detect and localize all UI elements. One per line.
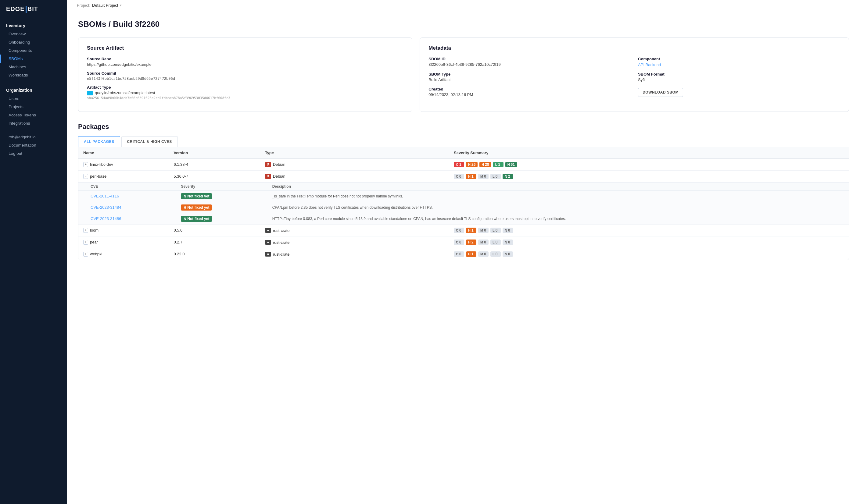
metadata-card: Metadata SBOM ID 3f2260b9-36cf-4b38-9285… [420,38,849,112]
sev-badge-c: C 1 [454,162,464,167]
sidebar-item-projects[interactable]: Projects [0,103,67,111]
sbom-type-value: Build Artifact [429,77,631,82]
sev-badge-m: M 0 [478,228,489,233]
sbom-id-field: SBOM ID 3f2260b9-36cf-4b38-9285-762a10c7… [429,57,631,67]
inventory-section-label: Inventory [0,20,67,30]
table-row: + linux-libc-dev 6.1.38-4 DDebian C 1 H … [78,159,849,171]
sev-badge-h: H 28 [479,162,491,167]
cve-row: CVE-2023-31486 N Not fixed yet HTTP::Tin… [78,213,849,224]
pkg-severity: C 1 H 26 H 28 L 1 N 61 [449,159,849,171]
cve-desc: _is_safe in the File::Temp module for Pe… [272,194,403,198]
created-field: Created 09/14/2023, 02:13:16 PM [429,87,631,97]
sev-badge-h: H 1 [466,251,476,257]
tab-critical-high[interactable]: CRITICAL & HIGH CVES [121,136,178,147]
expand-btn[interactable]: + [83,228,88,233]
sev-badge-n: N 2 [503,174,513,179]
expand-btn[interactable]: + [83,252,88,256]
cards-row: Source Artifact Source Repo https://gith… [78,38,849,112]
source-artifact-card: Source Artifact Source Repo https://gith… [78,38,412,112]
expand-btn[interactable]: + [83,162,88,167]
pkg-name-label: linux-libc-dev [90,162,113,167]
sidebar-item-machines[interactable]: Machines [0,63,67,71]
pkg-type: ■rust-crate [260,224,449,236]
tab-all-packages[interactable]: ALL PACKAGES [78,136,120,147]
col-version: Version [169,147,260,159]
source-repo-label: Source Repo [87,57,403,61]
source-repo-field: Source Repo https://github.com/edgebitio… [87,57,403,67]
pkg-version: 0.22.0 [169,248,260,260]
cve-desc: HTTP::Tiny before 0.083, a Perl core mod… [272,217,566,221]
main-content: Project: Default Project ▾ SBOMs / Build… [67,0,860,504]
sidebar-item-access-tokens[interactable]: Access Tokens [0,111,67,119]
sidebar-item-integrations[interactable]: Integrations [0,119,67,128]
sidebar-item-overview[interactable]: Overview [0,30,67,38]
packages-title: Packages [78,123,849,131]
logo: EDGEBIT [0,0,67,19]
sbom-format-label: SBOM Format [638,72,840,76]
chevron-down-icon: ▾ [120,3,122,7]
logo-text: EDGEBIT [6,5,38,13]
sidebar-item-documentation[interactable]: Documentation [0,141,67,149]
artifact-type-field: Artifact Type quay.io/robszumski/example… [87,85,403,100]
col-name: Name [78,147,169,159]
download-field: DOWNLOAD SBOM [638,87,840,97]
sidebar: EDGEBIT Inventory Overview Onboarding Co… [0,0,67,504]
tabs: ALL PACKAGES CRITICAL & HIGH CVES [78,136,849,147]
sidebar-item-workloads[interactable]: Workloads [0,71,67,79]
table-row: − perl-base 5.36.0-7 DDebian C 0 H 1 M 0… [78,171,849,182]
topbar-project-label: Project: [77,3,90,8]
cve-header-row: CVE Severity Desciption [78,182,849,190]
metadata-title: Metadata [429,45,840,51]
sev-badge-c: C 0 [454,174,464,179]
sidebar-item-components[interactable]: Components [0,46,67,55]
sev-badge-l: L 0 [490,251,501,257]
sev-badge-l: L 0 [490,239,501,245]
table-row: + pear 0.2.7 ■rust-crate C 0 H 2 M 0 L 0… [78,236,849,248]
sidebar-item-users[interactable]: Users [0,94,67,103]
created-value: 09/14/2023, 02:13:16 PM [429,92,631,97]
sbom-format-value: Syft [638,77,840,82]
pkg-severity: C 0 H 1 M 0 L 0 N 0 [449,224,849,236]
sev-badge-c: C 0 [454,239,464,245]
sidebar-item-logout[interactable]: Log out [0,149,67,158]
page-content: SBOMs / Build 3f2260 Source Artifact Sou… [67,11,860,504]
cve-link[interactable]: CVE-2023-31486 [90,216,121,221]
sev-badge-m: M 0 [478,174,489,179]
sev-badge-h: H 1 [466,228,476,233]
user-email: rob@edgebit.io [0,133,67,141]
packages-table-wrap: Name Version Type Severity Summary + lin… [78,147,849,260]
org-section-label: Organization [0,85,67,94]
cve-row: CVE-2011-4116 N Not fixed yet _is_safe i… [78,190,849,202]
sbom-id-value: 3f2260b9-36cf-4b38-9285-762a10c72f19 [429,62,631,67]
sbom-id-label: SBOM ID [429,57,631,61]
source-artifact-title: Source Artifact [87,45,403,51]
cve-link[interactable]: CVE-2023-31484 [90,205,121,210]
pkg-severity: C 0 H 2 M 0 L 0 N 0 [449,236,849,248]
not-fixed-badge: H Not fixed yet [181,205,212,210]
sidebar-item-onboarding[interactable]: Onboarding [0,38,67,46]
sev-badge-l: L 0 [490,228,501,233]
sev-badge-n: N 61 [505,162,517,167]
pkg-severity: C 0 H 1 M 0 L 0 N 0 [449,248,849,260]
sidebar-item-sboms[interactable]: SBOMs [0,55,67,63]
sev-badge-h: H 26 [466,162,477,167]
page-title: SBOMs / Build 3f2260 [78,19,849,29]
sev-badge-n: N 0 [503,228,513,233]
sbom-type-label: SBOM Type [429,72,631,76]
expand-btn[interactable]: + [83,240,88,245]
sev-badge-m: M 0 [478,239,489,245]
artifact-hash: sha256:54ad9b66b4dcb7b06b6891626e2ed1fdb… [87,96,403,100]
source-commit-value: e5f143f0bb1ca1bc758aeb29d8d65e727472b06d [87,76,403,81]
not-fixed-badge: N Not fixed yet [181,193,212,199]
expand-btn[interactable]: − [83,174,88,179]
artifact-type-label: Artifact Type [87,85,403,90]
metadata-grid: SBOM ID 3f2260b9-36cf-4b38-9285-762a10c7… [429,57,840,97]
component-value[interactable]: API Backend [638,62,661,67]
sbom-format-field: SBOM Format Syft [638,72,840,82]
download-sbom-button[interactable]: DOWNLOAD SBOM [638,88,683,97]
topbar-project-name[interactable]: Default Project [92,3,118,8]
cve-link[interactable]: CVE-2011-4116 [90,194,119,198]
topbar: Project: Default Project ▾ [67,0,860,11]
pkg-name-label: perl-base [90,174,106,179]
sev-badge-h: H 1 [466,174,476,179]
